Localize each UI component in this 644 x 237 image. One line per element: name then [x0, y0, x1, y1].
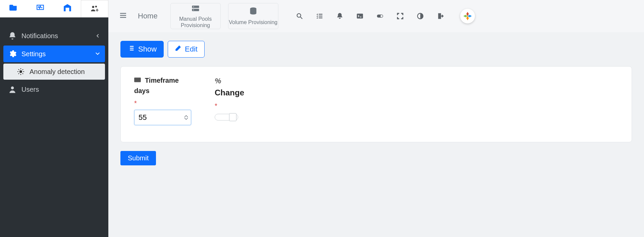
tab-label: Show [138, 45, 157, 54]
svg-point-4 [11, 86, 14, 89]
warehouse-icon [63, 3, 72, 13]
field-timeframe: 12 Timeframe days * [134, 77, 191, 125]
toolbar-icons [296, 12, 444, 20]
edit-icon [175, 45, 181, 54]
sidebar-item-notifications[interactable]: Notifications [3, 27, 105, 44]
sidebar-item-users[interactable]: Users [3, 81, 105, 98]
submit-row: Submit [120, 151, 632, 165]
breadcrumb-home[interactable]: Home [138, 12, 158, 20]
sidebar-tab-warehouse[interactable] [54, 0, 81, 17]
field-sublabel: days [134, 87, 191, 95]
bell-icon[interactable] [336, 12, 343, 20]
field-label: Timeframe [145, 77, 179, 84]
sidebar-tab-monitor[interactable] [27, 0, 54, 17]
sidebar-subitem-anomaly-detection[interactable]: Anomaly detection [3, 64, 105, 80]
sidebar-item-settings[interactable]: Settings [3, 46, 105, 62]
app-logo[interactable] [460, 9, 475, 23]
user-icon [8, 85, 17, 94]
terminal-icon[interactable] [356, 12, 364, 20]
contrast-icon[interactable] [417, 12, 424, 20]
card-label: Volume Provisioning [229, 19, 277, 25]
chevron-down-icon [95, 50, 100, 58]
database-icon [249, 7, 258, 17]
card-label: Manual Pools Provisioning [171, 16, 220, 28]
bell-icon [8, 31, 17, 40]
tab-show[interactable]: Show [120, 41, 164, 58]
required-indicator: * [215, 102, 244, 110]
card-volume-provisioning[interactable]: Volume Provisioning [228, 3, 278, 29]
folder-icon [9, 3, 18, 13]
svg-point-7 [193, 9, 194, 10]
svg-point-3 [20, 71, 22, 73]
sidebar-item-label: Notifications [21, 32, 58, 40]
search-icon[interactable] [296, 12, 303, 20]
toggle-icon[interactable] [376, 12, 384, 20]
fullscreen-icon[interactable] [396, 12, 404, 20]
svg-text:12: 12 [136, 79, 139, 82]
sidebar: Notifications Settings Anomaly detection [0, 0, 108, 237]
submit-button[interactable]: Submit [120, 151, 156, 165]
timeframe-input-wrapper [134, 110, 191, 125]
sidebar-item-label: Anomaly detection [30, 68, 85, 76]
gear-icon [8, 50, 17, 58]
field-change: % Change * [215, 77, 244, 125]
sidebar-nav: Notifications Settings Anomaly detection [0, 17, 108, 98]
percent-icon: % [215, 77, 221, 85]
svg-point-8 [193, 6, 194, 7]
server-icon [191, 4, 200, 14]
change-slider[interactable] [215, 114, 238, 121]
required-indicator: * [134, 99, 191, 107]
svg-rect-5 [192, 6, 199, 8]
main: Home Manual Pools Provisioning Volume Pr… [108, 0, 644, 237]
sidebar-tab-users-cog[interactable] [81, 0, 108, 17]
tab-label: Edit [185, 45, 198, 54]
timeframe-input[interactable] [139, 113, 187, 122]
card-manual-pools-provisioning[interactable]: Manual Pools Provisioning [170, 3, 221, 29]
slider-thumb[interactable] [229, 113, 236, 121]
sidebar-item-label: Users [21, 86, 39, 93]
logout-icon[interactable] [437, 12, 444, 20]
settings-panel: 12 Timeframe days * % [120, 66, 632, 142]
users-cog-icon [90, 4, 99, 14]
svg-point-1 [95, 5, 97, 7]
svg-rect-6 [192, 9, 199, 11]
svg-point-0 [92, 6, 94, 8]
sidebar-tab-folder[interactable] [0, 0, 27, 17]
topbar: Home Manual Pools Provisioning Volume Pr… [108, 0, 644, 32]
content: Show Edit 12 Timeframe days * [108, 32, 644, 179]
view-mode-tabs: Show Edit [120, 41, 632, 58]
checklist-icon[interactable] [316, 12, 323, 20]
calendar-icon: 12 [134, 77, 141, 84]
field-label: Change [215, 88, 244, 97]
heartbeat-icon [36, 3, 45, 13]
svg-point-2 [96, 9, 98, 11]
hamburger-menu[interactable] [116, 9, 130, 23]
tab-edit[interactable]: Edit [168, 41, 205, 58]
svg-point-13 [380, 15, 382, 17]
sidebar-top-tabs [0, 0, 108, 17]
cog-icon [17, 68, 25, 76]
svg-rect-11 [357, 14, 363, 19]
number-stepper[interactable] [184, 115, 188, 120]
chevron-left-icon [96, 32, 100, 40]
svg-point-10 [297, 14, 301, 17]
list-icon [127, 45, 135, 54]
sidebar-item-label: Settings [21, 50, 46, 58]
